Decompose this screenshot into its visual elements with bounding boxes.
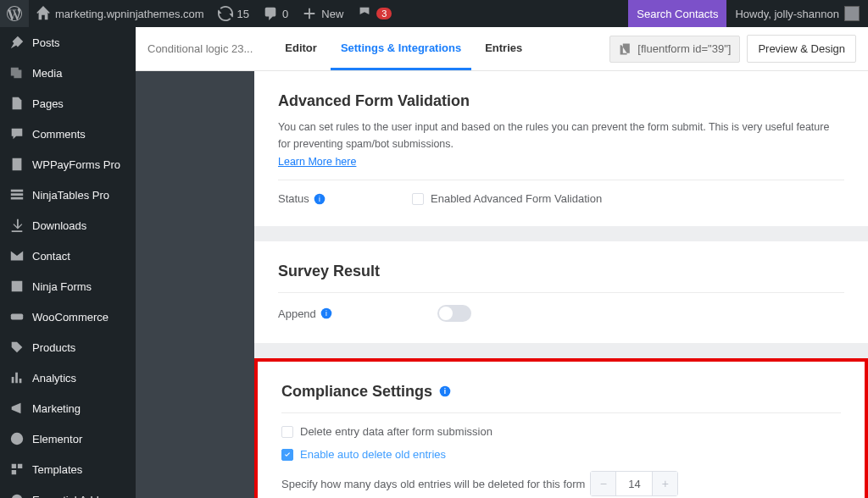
new-content[interactable]: New <box>295 0 350 27</box>
auto-delete-checkbox[interactable] <box>281 449 293 461</box>
svg-point-2 <box>12 495 23 498</box>
admin-bar-right: Search Contacts Howdy, jolly-shannon <box>628 0 868 27</box>
delete-after-submit-label: Delete entry data after form submission <box>300 425 492 438</box>
compliance-card: Compliance Settings i Delete entry data … <box>254 358 868 498</box>
svg-rect-0 <box>11 313 23 319</box>
menu-label: Elementor <box>32 433 82 445</box>
specify-days-row: Specify how many days old entries will b… <box>281 471 841 496</box>
menu-label: WPPayForms Pro <box>32 158 120 171</box>
page-icon <box>9 96 25 111</box>
increment-button[interactable]: + <box>652 472 677 495</box>
refresh-icon <box>218 6 233 21</box>
product-icon <box>9 340 25 355</box>
notifications[interactable]: 3 <box>350 0 398 27</box>
auto-delete-row: Enable auto delete old entries <box>281 448 841 461</box>
menu-label: Posts <box>32 36 60 49</box>
comment-icon <box>9 126 25 141</box>
woo-icon <box>9 309 25 324</box>
menu-ninjatables[interactable]: NinjaTables Pro <box>0 180 136 210</box>
howdy-text: Howdy, jolly-shannon <box>735 8 839 20</box>
home-icon <box>36 6 51 21</box>
settings-subnav <box>136 71 254 498</box>
menu-elementor[interactable]: Elementor <box>0 423 136 454</box>
tab-editor[interactable]: Editor <box>275 28 327 70</box>
templates-icon <box>9 462 25 477</box>
menu-pages[interactable]: Pages <box>0 88 136 119</box>
advanced-desc: You can set rules to the user input and … <box>278 119 844 152</box>
menu-templates[interactable]: Templates <box>0 454 136 484</box>
menu-label: WooCommerce <box>32 311 108 324</box>
plus-icon <box>302 6 317 21</box>
divider <box>278 292 844 293</box>
menu-wppayforms[interactable]: WPPayForms Pro <box>0 149 136 180</box>
learn-more-link[interactable]: Learn More here <box>278 156 356 168</box>
shortcode-copy[interactable]: [fluentform id="39"] <box>609 36 740 63</box>
specify-label: Specify how many days old entries will b… <box>281 478 585 490</box>
status-label: Status i <box>278 192 405 205</box>
menu-contact[interactable]: Contact <box>0 241 136 271</box>
survey-title: Survey Result <box>278 263 844 280</box>
panel-area[interactable]: Advanced Form Validation You can set rul… <box>254 71 868 498</box>
info-icon[interactable]: i <box>439 385 451 397</box>
menu-label: Downloads <box>32 219 86 232</box>
download-icon <box>9 218 25 233</box>
enable-validation-label: Enabled Advanced Form Validation <box>431 192 602 205</box>
menu-comments[interactable]: Comments <box>0 119 136 149</box>
delete-after-submit-checkbox[interactable] <box>281 426 293 438</box>
menu-woocommerce[interactable]: WooCommerce <box>0 302 136 332</box>
megaphone-icon <box>9 401 25 416</box>
tab-entries[interactable]: Entries <box>475 28 532 70</box>
search-contacts-button[interactable]: Search Contacts <box>628 0 726 27</box>
menu-label: Contact <box>32 250 70 263</box>
append-switch[interactable] <box>437 305 471 322</box>
info-icon[interactable]: i <box>320 307 332 319</box>
menu-downloads[interactable]: Downloads <box>0 210 136 241</box>
ea-icon <box>9 492 25 498</box>
user-menu[interactable]: Howdy, jolly-shannon <box>726 0 868 27</box>
wp-logo[interactable] <box>0 0 29 27</box>
compliance-title-text: Compliance Settings <box>281 383 432 400</box>
menu-label: Analytics <box>32 372 76 385</box>
menu-media[interactable]: Media <box>0 58 136 88</box>
chart-icon <box>9 370 25 385</box>
tabs: Editor Settings & Integrations Entries <box>275 28 532 70</box>
menu-ninjaforms[interactable]: Ninja Forms <box>0 271 136 302</box>
form-icon <box>9 279 25 294</box>
menu-products[interactable]: Products <box>0 332 136 362</box>
menu-posts[interactable]: Posts <box>0 27 136 58</box>
days-stepper: − + <box>590 471 678 496</box>
tab-settings[interactable]: Settings & Integrations <box>331 28 471 70</box>
append-text: Append <box>278 307 316 320</box>
wordpress-icon <box>7 6 22 21</box>
preview-button[interactable]: Preview & Design <box>747 35 856 63</box>
menu-label: Comments <box>32 128 86 141</box>
enable-validation-checkbox[interactable] <box>412 193 424 205</box>
menu-label: Products <box>32 341 75 354</box>
doc-icon <box>9 157 25 172</box>
status-text: Status <box>278 192 309 205</box>
menu-label: Pages <box>32 97 64 110</box>
mail-icon <box>9 248 25 263</box>
menu-marketing[interactable]: Marketing <box>0 393 136 423</box>
comments[interactable]: 0 <box>256 0 295 27</box>
menu-analytics[interactable]: Analytics <box>0 362 136 393</box>
delete-after-submit-row: Delete entry data after form submission <box>281 425 841 438</box>
site-name[interactable]: marketing.wpninjathemes.com <box>29 0 211 27</box>
append-label: Append i <box>278 307 431 320</box>
append-row: Append i <box>278 305 844 322</box>
flag-icon <box>357 6 372 21</box>
menu-label: NinjaTables Pro <box>32 189 109 202</box>
form-name[interactable]: Conditional logic 23... <box>147 42 253 55</box>
auto-delete-label: Enable auto delete old entries <box>300 448 446 461</box>
new-label: New <box>321 8 343 20</box>
table-icon <box>9 187 25 202</box>
menu-essential-addons[interactable]: Essential Addons <box>0 484 136 498</box>
menu-label: Templates <box>32 463 82 476</box>
days-input[interactable] <box>616 472 652 495</box>
divider <box>281 412 841 413</box>
pin-icon <box>9 35 25 50</box>
info-icon[interactable]: i <box>314 193 326 205</box>
advanced-validation-card: Advanced Form Validation You can set rul… <box>254 71 868 226</box>
updates[interactable]: 15 <box>211 0 256 27</box>
decrement-button[interactable]: − <box>591 472 616 495</box>
